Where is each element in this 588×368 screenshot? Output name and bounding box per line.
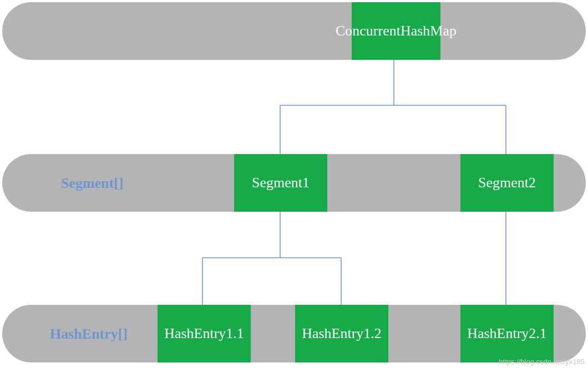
box-hashentry-1-2: HashEntry1.2 [295, 305, 388, 362]
watermark-text: https://blog.csdn.net/yx185 [499, 357, 585, 366]
row-segments: Segment[] Segment1 Segment2 [2, 154, 586, 212]
box-hashentry-2-1: HashEntry2.1 [460, 305, 554, 362]
box-hashentry-1-2-label: HashEntry1.2 [302, 325, 382, 342]
row-concurrent-hashmap: ConcurrentHashMap [2, 2, 586, 60]
box-concurrent-hashmap: ConcurrentHashMap [352, 2, 440, 60]
box-segment1: Segment1 [234, 154, 327, 212]
box-hashentry-2-1-label: HashEntry2.1 [467, 325, 547, 342]
box-concurrent-hashmap-label: ConcurrentHashMap [336, 22, 457, 39]
box-segment2-label: Segment2 [478, 174, 536, 191]
row-segments-label: Segment[] [61, 175, 124, 192]
row-hashentries-label: HashEntry[] [50, 326, 128, 343]
box-segment1-label: Segment1 [252, 174, 310, 191]
box-segment2: Segment2 [460, 154, 554, 212]
box-hashentry-1-1-label: HashEntry1.1 [164, 325, 244, 342]
row-hashentries: HashEntry[] HashEntry1.1 HashEntry1.2 Ha… [2, 305, 586, 362]
box-hashentry-1-1: HashEntry1.1 [158, 305, 251, 362]
